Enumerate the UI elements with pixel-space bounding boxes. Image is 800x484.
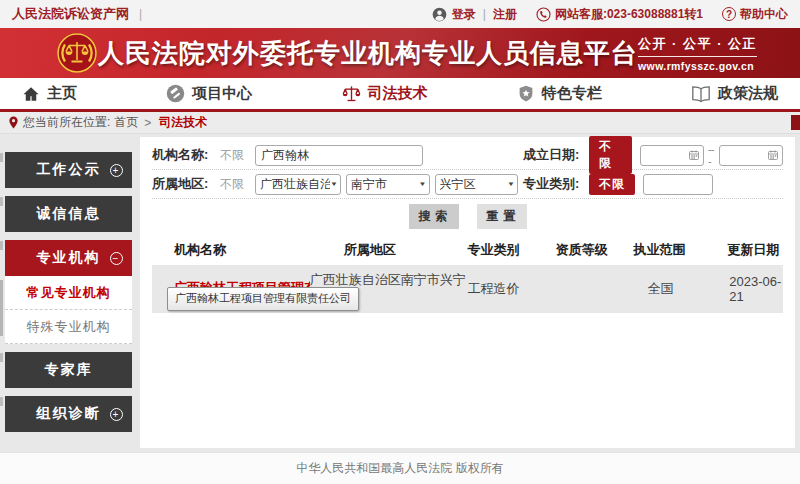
- sidebar-item-label: 专家库: [45, 361, 93, 379]
- user-icon: [432, 7, 447, 22]
- sidebar-item-label: 专业机构: [37, 249, 101, 267]
- date-to-input[interactable]: [719, 145, 783, 166]
- topbar-right: 登录 | 注册 网站客服:023-63088881转1 ? 帮助中心: [432, 6, 788, 23]
- collapse-circle-icon: −: [110, 252, 123, 265]
- nav-item-label: 主页: [47, 84, 77, 103]
- breadcrumb-corner-block: [791, 115, 800, 130]
- expand-circle-icon: +: [110, 408, 123, 421]
- banner-url: www.rmfysszc.gov.cn: [638, 60, 757, 72]
- sidebar-item-label: 工作公示: [37, 161, 101, 179]
- main-nav: 主页 项目中心 司法技术 特色专栏 政策法规: [0, 78, 800, 112]
- form-buttons: 搜索 重置: [152, 204, 783, 229]
- breadcrumb: 您当前所在位置: 首页 > 司法技术: [0, 112, 800, 134]
- copyright-text: 中华人民共和国最高人民法院 版权所有: [296, 460, 503, 477]
- sidebar-item-expert-pool[interactable]: 专家库: [5, 352, 132, 388]
- city-select[interactable]: 南宁市 ▼: [346, 174, 430, 195]
- location-pin-icon: [8, 116, 19, 129]
- nav-item-label: 特色专栏: [542, 84, 602, 103]
- shield-star-icon: [517, 84, 535, 103]
- category-input[interactable]: [643, 174, 713, 195]
- city-select-value: 南宁市: [351, 176, 419, 193]
- org-name-group: 机构名称: 不限: [152, 145, 523, 166]
- nav-item-policy[interactable]: 政策法规: [691, 84, 778, 103]
- help-center-link[interactable]: 帮助中心: [740, 6, 788, 23]
- sidebar-item-professional-orgs[interactable]: 专业机构 −: [5, 240, 132, 276]
- footer: 中华人民共和国最高人民法院 版权所有: [0, 452, 800, 484]
- login-register-divider: |: [483, 7, 486, 21]
- sidebar: 工作公示 + 诚信信息 专业机构 − 常见专业机构 特殊专业机构 专家库 组织诊…: [5, 152, 132, 440]
- sidebar-submenu: 常见专业机构 特殊专业机构: [5, 276, 132, 344]
- content-panel: 机构名称: 不限 成立日期: 不限 --- 所属地区: 不限: [140, 137, 795, 448]
- nav-item-project-center[interactable]: 项目中心: [166, 84, 252, 103]
- chevron-down-icon: ▼: [419, 181, 427, 188]
- register-link[interactable]: 注册: [493, 6, 517, 23]
- nav-item-label: 司法技术: [368, 84, 428, 103]
- phone-icon: [536, 7, 551, 22]
- org-name-label: 机构名称:: [152, 146, 220, 164]
- established-unlimited-chip[interactable]: 不限: [589, 136, 632, 174]
- header-region: 所属地区: [310, 234, 468, 265]
- breadcrumb-prefix: 您当前所在位置:: [23, 114, 110, 131]
- sidebar-subitem-common-orgs[interactable]: 常见专业机构: [5, 276, 132, 310]
- nav-item-home[interactable]: 主页: [22, 84, 77, 103]
- help-group[interactable]: ? 帮助中心: [722, 6, 788, 23]
- sidebar-subitem-special-orgs[interactable]: 特殊专业机构: [5, 310, 132, 344]
- sidebar-subitem-label: 特殊专业机构: [27, 318, 111, 336]
- topbar-divider: |: [139, 7, 142, 21]
- org-name-tooltip: 广西翰林工程项目管理有限责任公司: [167, 287, 359, 311]
- category-group: 专业类别: 不限: [523, 174, 713, 195]
- court-emblem-icon: [56, 32, 98, 74]
- breadcrumb-separator: >: [144, 116, 151, 130]
- site-title: 人民法院对外委托专业机构专业人员信息平台: [98, 36, 638, 71]
- site-name-link[interactable]: 人民法院诉讼资产网: [12, 5, 129, 23]
- reset-button[interactable]: 重置: [477, 204, 527, 229]
- nav-item-judicial-tech[interactable]: 司法技术: [342, 84, 428, 103]
- header-category: 专业类别: [468, 234, 556, 265]
- org-name-input[interactable]: [255, 145, 423, 166]
- sidebar-subitem-label: 常见专业机构: [27, 284, 111, 302]
- date-from-input[interactable]: [640, 145, 704, 166]
- site-banner: 人民法院对外委托专业机构专业人员信息平台 公开 · 公平 · 公正 www.rm…: [0, 28, 800, 78]
- header-practice-scope: 执业范围: [632, 234, 708, 265]
- district-select-value: 兴宁区: [440, 176, 508, 193]
- banner-slogan: 公开 · 公平 · 公正: [638, 35, 757, 57]
- chevron-down-icon: ▼: [507, 181, 515, 188]
- service-group: 网站客服:023-63088881转1: [536, 6, 703, 23]
- sidebar-item-org-diagnosis[interactable]: 组织诊断 +: [5, 396, 132, 432]
- established-label: 成立日期:: [523, 146, 585, 164]
- cell-category: 工程造价: [468, 265, 556, 313]
- form-row-2: 所属地区: 不限 广西壮族自治区 ▼ 南宁市 ▼ 兴宁区 ▼ 专业类别: 不限: [152, 170, 783, 199]
- established-date-group: 成立日期: 不限 ---: [523, 136, 783, 174]
- sidebar-item-work-publicity[interactable]: 工作公示 +: [5, 152, 132, 188]
- top-utility-bar: 人民法院诉讼资产网 | 登录 | 注册 网站客服:023-63088881转1 …: [0, 0, 800, 28]
- chevron-down-icon: ▼: [330, 181, 338, 188]
- nav-item-label: 项目中心: [192, 84, 252, 103]
- province-select[interactable]: 广西壮族自治区 ▼: [255, 174, 341, 195]
- form-row-1: 机构名称: 不限 成立日期: 不限 ---: [152, 141, 783, 170]
- main-area: 工作公示 + 诚信信息 专业机构 − 常见专业机构 特殊专业机构 专家库 组织诊…: [0, 134, 800, 452]
- help-question-icon: ?: [722, 7, 736, 21]
- nav-item-special-column[interactable]: 特色专栏: [517, 84, 602, 103]
- login-link[interactable]: 登录: [452, 6, 476, 23]
- sidebar-item-label: 诚信信息: [37, 205, 101, 223]
- district-select[interactable]: 兴宁区 ▼: [435, 174, 519, 195]
- service-phone-text: 网站客服:023-63088881转1: [555, 6, 703, 23]
- header-qualification: 资质等级: [556, 234, 632, 265]
- category-label: 专业类别:: [523, 175, 585, 193]
- sidebar-item-integrity-info[interactable]: 诚信信息: [5, 196, 132, 232]
- book-icon: [691, 85, 711, 103]
- region-unlimited[interactable]: 不限: [220, 176, 255, 193]
- breadcrumb-current: 司法技术: [159, 114, 207, 131]
- cell-qualification: [556, 265, 632, 313]
- region-label: 所属地区:: [152, 175, 220, 193]
- nav-item-label: 政策法规: [718, 84, 778, 103]
- cell-practice-scope: 全国: [632, 265, 708, 313]
- gavel-icon: [166, 84, 185, 103]
- category-unlimited-chip[interactable]: 不限: [589, 174, 635, 195]
- expand-circle-icon: +: [110, 164, 123, 177]
- calendar-icon: [688, 149, 700, 161]
- org-name-unlimited[interactable]: 不限: [220, 147, 255, 164]
- search-button[interactable]: 搜索: [409, 204, 459, 229]
- breadcrumb-home-link[interactable]: 首页: [114, 114, 138, 131]
- header-update-date: 更新日期: [707, 234, 783, 265]
